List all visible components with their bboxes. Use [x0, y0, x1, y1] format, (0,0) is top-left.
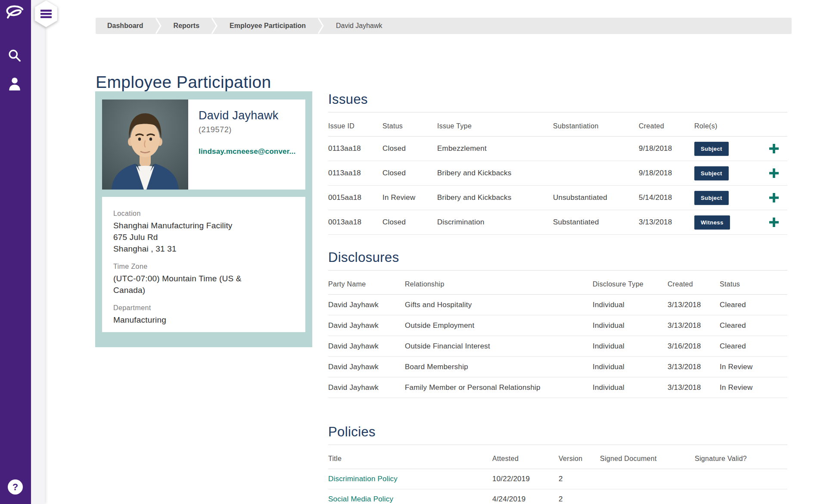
disclosure-row: David Jayhawk Outside Financial Interest…: [328, 336, 787, 357]
created-cell: 3/16/2018: [668, 336, 720, 357]
relationship-cell: Gifts and Hospitality: [405, 295, 593, 315]
policies-heading: Policies: [328, 424, 787, 440]
employee-card: David Jayhawk (219572) lindsay.mcneese@c…: [95, 91, 312, 347]
location-line: Shanghai , 31 31: [113, 243, 294, 255]
role-cell: Subject: [694, 186, 763, 210]
role-badge: Subject: [694, 166, 729, 180]
type-cell: Individual: [593, 336, 668, 357]
location-line: Shanghai Manufacturing Facility: [113, 220, 294, 231]
created-cell: 9/18/2018: [639, 161, 694, 186]
disclosure-row: David Jayhawk Family Member or Personal …: [328, 377, 787, 398]
status-cell: Cleared: [720, 315, 787, 336]
column-header: Attested: [492, 445, 559, 469]
substantiation-cell: [553, 137, 639, 161]
employee-email-link[interactable]: lindsay.mcneese@conver...: [199, 147, 295, 156]
created-cell: 3/13/2018: [668, 315, 720, 336]
breadcrumb-dashboard[interactable]: Dashboard: [96, 22, 155, 30]
employee-photo: [102, 100, 188, 190]
created-cell: 9/18/2018: [639, 137, 694, 161]
party-cell: David Jayhawk: [328, 315, 405, 336]
relationship-cell: Outside Financial Interest: [405, 336, 593, 357]
column-header: Version: [559, 445, 600, 469]
status-cell: Closed: [382, 161, 437, 186]
column-header: Title: [328, 445, 492, 469]
issue-id-cell: 0015aa18: [328, 186, 382, 210]
breadcrumb-reports[interactable]: Reports: [162, 22, 211, 30]
add-cell: [763, 137, 787, 161]
menu-toggle-button[interactable]: [34, 0, 58, 28]
issue-id-cell: 0113aa18: [328, 137, 382, 161]
column-header: Created: [639, 112, 694, 137]
relationship-cell: Family Member or Personal Relationship: [405, 377, 593, 398]
type-cell: Individual: [593, 377, 668, 398]
attested-cell: 4/24/2019: [492, 489, 559, 504]
app-window: ? Dashboard Reports Employee Participati…: [0, 0, 839, 504]
role-cell: Subject: [694, 137, 763, 161]
column-header: Signature Valid?: [695, 445, 787, 469]
substantiation-cell: [553, 161, 639, 186]
policy-link[interactable]: Social Media Policy: [328, 495, 393, 503]
created-cell: 3/13/2018: [639, 210, 694, 235]
issue-row: 0113aa18 Closed Embezzlement 9/18/2018 S…: [328, 137, 787, 161]
issue-type-cell: Discrimination: [437, 210, 553, 235]
status-cell: In Review: [720, 377, 787, 398]
policies-section: Policies Title Attested Version Signed D…: [328, 424, 787, 504]
created-cell: 3/13/2018: [668, 377, 720, 398]
party-cell: David Jayhawk: [328, 295, 405, 315]
party-cell: David Jayhawk: [328, 336, 405, 357]
disclosures-section: Disclosures Party Name Relationship Disc…: [328, 250, 787, 398]
breadcrumb: Dashboard Reports Employee Participation…: [96, 18, 792, 34]
signature-valid-cell: [695, 489, 787, 504]
add-role-icon[interactable]: [768, 168, 780, 179]
department-value: Manufacturing: [113, 314, 294, 326]
issue-row: 0113aa18 Closed Bribery and Kickbacks 9/…: [328, 161, 787, 186]
signed-document-cell: [600, 489, 695, 504]
employee-id-block: David Jayhawk (219572) lindsay.mcneese@c…: [188, 100, 300, 190]
party-cell: David Jayhawk: [328, 377, 405, 398]
substantiation-cell: Unsubstantiated: [553, 186, 639, 210]
column-header: Party Name: [328, 271, 405, 295]
policies-header-row: Title Attested Version Signed Document S…: [328, 445, 787, 469]
issues-section: Issues Issue ID Status Issue Type Substa…: [328, 92, 787, 235]
substantiation-cell: Substantiated: [553, 210, 639, 235]
policy-title-cell: Discrimination Policy: [328, 469, 492, 489]
disclosure-row: David Jayhawk Outside Employment Individ…: [328, 315, 787, 336]
issue-type-cell: Embezzlement: [437, 137, 553, 161]
attested-cell: 10/22/2019: [492, 469, 559, 489]
issue-id-cell: 0013aa18: [328, 210, 382, 235]
column-header: Signed Document: [600, 445, 695, 469]
issues-header-row: Issue ID Status Issue Type Substantiatio…: [328, 112, 787, 137]
profile-icon[interactable]: [8, 77, 22, 90]
created-cell: 3/13/2018: [668, 357, 720, 377]
party-cell: David Jayhawk: [328, 357, 405, 377]
convercent-logo-icon[interactable]: [4, 4, 25, 22]
column-header: Relationship: [405, 271, 593, 295]
issue-id-cell: 0113aa18: [328, 161, 382, 186]
search-icon[interactable]: [8, 49, 22, 62]
signature-valid-cell: [695, 469, 787, 489]
add-role-icon[interactable]: [768, 192, 780, 203]
policy-link[interactable]: Discrimination Policy: [328, 475, 398, 483]
signed-document-cell: [600, 469, 695, 489]
disclosure-row: David Jayhawk Board Membership Individua…: [328, 357, 787, 377]
issue-row: 0013aa18 Closed Discrimination Substanti…: [328, 210, 787, 235]
disclosures-table: Party Name Relationship Disclosure Type …: [328, 271, 787, 398]
role-badge: Witness: [694, 215, 730, 230]
add-role-icon[interactable]: [768, 143, 780, 154]
column-header: Role(s): [694, 112, 763, 137]
version-cell: 2: [559, 469, 600, 489]
timezone-line: Canada): [113, 284, 294, 296]
add-role-icon[interactable]: [768, 217, 780, 228]
breadcrumb-current-employee: David Jayhawk: [324, 22, 394, 30]
timezone-label: Time Zone: [113, 263, 294, 271]
help-icon[interactable]: ?: [8, 479, 23, 495]
page-title: Employee Participation: [96, 73, 271, 92]
location-label: Location: [113, 210, 294, 218]
department-label: Department: [113, 304, 294, 312]
breadcrumb-employee-participation[interactable]: Employee Participation: [218, 22, 317, 30]
status-cell: Closed: [382, 210, 437, 235]
created-cell: 5/14/2018: [639, 186, 694, 210]
location-line: 675 Julu Rd: [113, 231, 294, 243]
role-badge: Subject: [694, 142, 729, 156]
role-cell: Witness: [694, 210, 763, 235]
